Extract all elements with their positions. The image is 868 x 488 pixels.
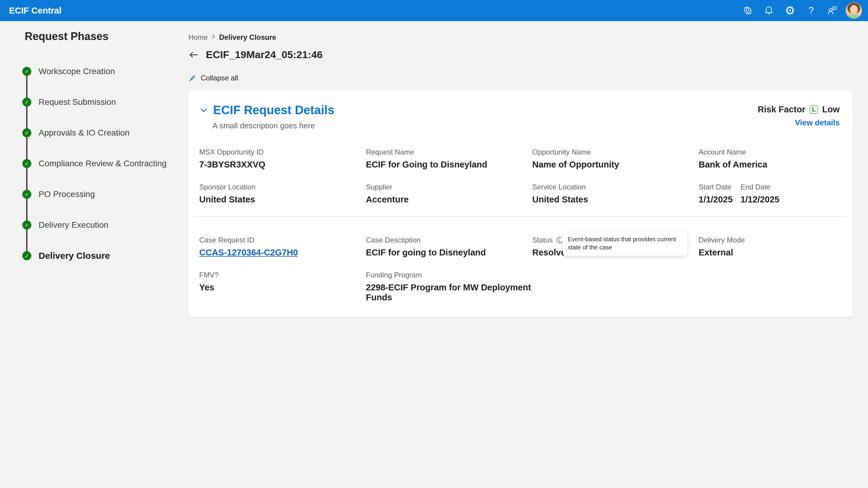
collapse-arrows-icon [188, 74, 196, 82]
phase-label: Approvals & IO Creation [38, 128, 130, 138]
help-icon[interactable]: ? [801, 0, 822, 21]
field-label: Status [532, 236, 553, 244]
empty-field [699, 271, 840, 302]
field-label: Opportunity Name [532, 148, 591, 156]
card-title: ECIF Request Details [213, 103, 334, 117]
field: Service LocationUnited States [532, 183, 699, 204]
app-title: ECIF Central [9, 6, 61, 16]
field: StatusEvent-based status that provides c… [532, 236, 699, 258]
page-title: ECIF_19Mar24_05:21:46 [206, 49, 322, 61]
field-value: Accenture [366, 195, 532, 204]
topbar-actions: ⚙ ? [737, 0, 864, 21]
field-label-row: FMV? [199, 271, 366, 279]
field-row: Case Request IDCCAS-1270364-C2G7H0Case D… [199, 236, 840, 258]
field-value: External [699, 248, 840, 258]
field-label-row: MSX Opportunity ID [199, 148, 366, 156]
field-label-row: Funding Program [366, 271, 532, 279]
phase-completed-check-icon: ✓ [22, 67, 31, 76]
page-title-row: ECIF_19Mar24_05:21:46 [188, 49, 853, 61]
field-label: Sponsor Location [199, 183, 255, 191]
phase-label: Delivery Execution [38, 220, 108, 230]
card-description: A small description goes here [213, 121, 334, 130]
field-value: ECIF for going to Disneyland [366, 248, 532, 258]
field-section: Case Request IDCCAS-1270364-C2G7H0Case D… [188, 236, 853, 302]
feedback-person-icon[interactable] [822, 0, 843, 21]
field: FMV?Yes [199, 271, 366, 302]
collapse-all-button[interactable]: Collapse all [188, 74, 238, 82]
phase-completed-check-icon: ✓ [22, 251, 31, 260]
phase-item[interactable]: ✓Compliance Review & Contracting [0, 148, 184, 179]
field-label: Case Desctiption [366, 236, 421, 244]
field-value: Bank of America [699, 160, 840, 170]
settings-gear-icon[interactable]: ⚙ [779, 0, 801, 21]
phase-item[interactable]: ✓Workscope Creation [0, 56, 184, 87]
field-label: End Date [741, 183, 771, 191]
field: Opportunity NameName of Opportunity [532, 148, 699, 170]
phase-completed-check-icon: ✓ [22, 128, 31, 137]
field-value: 1/1/2025 [699, 195, 733, 204]
field-label-row: Delivery Mode [699, 236, 840, 244]
phase-completed-check-icon: ✓ [22, 221, 31, 230]
phase-item[interactable]: ✓Request Submission [0, 87, 184, 118]
copilot-icon[interactable] [737, 0, 758, 21]
field-label-row: Opportunity Name [532, 148, 699, 156]
avatar-shirt [847, 14, 861, 19]
date-pair-field: Start Date1/1/2025End Date1/12/2025 [699, 183, 840, 204]
risk-level-badge-icon: L [809, 105, 818, 114]
field-value: Yes [199, 283, 366, 293]
field-label: Service Location [532, 183, 586, 191]
field-value: United States [532, 195, 699, 204]
sidebar-title: Request Phases [25, 30, 184, 43]
field-label: Start Date [699, 183, 731, 191]
phase-label: Delivery Closure [38, 251, 110, 261]
field: Delivery ModeExternal [699, 236, 840, 258]
phase-item[interactable]: ✓PO Processing [0, 179, 184, 210]
field-value: Name of Opportunity [532, 160, 699, 170]
field: Account NameBank of America [699, 148, 840, 170]
date-pair: Start Date1/1/2025End Date1/12/2025 [699, 183, 840, 204]
field-label: Case Request ID [199, 236, 254, 244]
phase-completed-check-icon: ✓ [22, 98, 31, 107]
fields-area: MSX Opportunity ID7-3BYSR3XXVQRequest Na… [188, 148, 853, 302]
phase-timeline: ✓Workscope Creation✓Request Submission✓A… [0, 56, 184, 271]
phase-item[interactable]: ✓Delivery Execution [0, 210, 184, 240]
topbar: ECIF Central ⚙ ? [0, 0, 868, 21]
breadcrumb-home[interactable]: Home [188, 33, 208, 41]
field-label: MSX Opportunity ID [199, 148, 264, 156]
main-content: Home Delivery Closure ECIF_19Mar24_05:21… [184, 21, 868, 317]
notifications-bell-icon[interactable] [758, 0, 779, 21]
breadcrumb: Home Delivery Closure [188, 33, 853, 41]
field-label-row: Request Name [366, 148, 532, 156]
user-avatar[interactable] [846, 2, 862, 19]
field: End Date1/12/2025 [741, 183, 779, 204]
field-row: Sponsor LocationUnited StatesSupplierAcc… [199, 183, 840, 204]
collapse-all-label: Collapse all [201, 74, 238, 82]
phase-list: ✓Workscope Creation✓Request Submission✓A… [0, 56, 184, 271]
phase-item[interactable]: ✓Approvals & IO Creation [0, 118, 184, 148]
request-phases-panel: Request Phases ✓Workscope Creation✓Reque… [0, 21, 184, 271]
field-label-row: Sponsor Location [199, 183, 366, 191]
risk-factor-row: Risk Factor L Low [758, 104, 840, 115]
field: Start Date1/1/2025 [699, 183, 733, 204]
field-row: MSX Opportunity ID7-3BYSR3XXVQRequest Na… [199, 148, 840, 170]
section-divider [194, 216, 847, 217]
field: Request NameECIF for Going to Disneyland [366, 148, 532, 170]
phase-item[interactable]: ✓Delivery Closure [0, 240, 184, 271]
phase-label: Compliance Review & Contracting [38, 159, 167, 168]
field-label-row: Account Name [699, 148, 840, 156]
card-header: ECIF Request Details A small description… [188, 103, 853, 130]
view-details-link[interactable]: View details [758, 118, 840, 127]
case-request-id-link[interactable]: CCAS-1270364-C2G7H0 [199, 248, 298, 258]
back-arrow-button[interactable] [188, 50, 199, 60]
field-label: Request Name [366, 148, 414, 156]
section-collapse-chevron-icon[interactable] [199, 106, 208, 115]
field-section: MSX Opportunity ID7-3BYSR3XXVQRequest Na… [188, 148, 853, 204]
field-label: Funding Program [366, 271, 422, 279]
field: Sponsor LocationUnited States [199, 183, 366, 204]
empty-field [532, 271, 699, 302]
field: Funding Program2298-ECIF Program for MW … [366, 271, 532, 302]
field-label-row: Supplier [366, 183, 532, 191]
status-tooltip: Event-based status that provides current… [563, 232, 687, 256]
field-value: 1/12/2025 [741, 195, 779, 204]
field-label-row: Case Request ID [199, 236, 366, 244]
